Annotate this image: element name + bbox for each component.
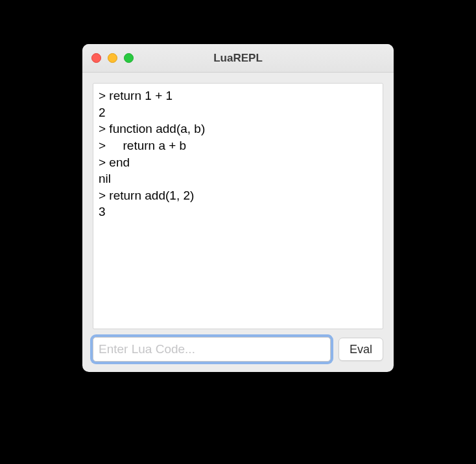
input-wrap [93,337,331,362]
eval-button[interactable]: Eval [339,338,383,361]
app-window: LuaREPL > return 1 + 1 2 > function add(… [82,44,394,372]
maximize-icon[interactable] [124,53,134,63]
titlebar[interactable]: LuaREPL [82,44,394,73]
window-content: > return 1 + 1 2 > function add(a, b) > … [82,73,394,372]
code-input[interactable] [93,337,331,362]
input-row: Eval [93,337,383,362]
close-icon[interactable] [91,53,101,63]
minimize-icon[interactable] [108,53,117,63]
repl-output[interactable]: > return 1 + 1 2 > function add(a, b) > … [93,83,383,329]
traffic-lights [82,53,134,63]
